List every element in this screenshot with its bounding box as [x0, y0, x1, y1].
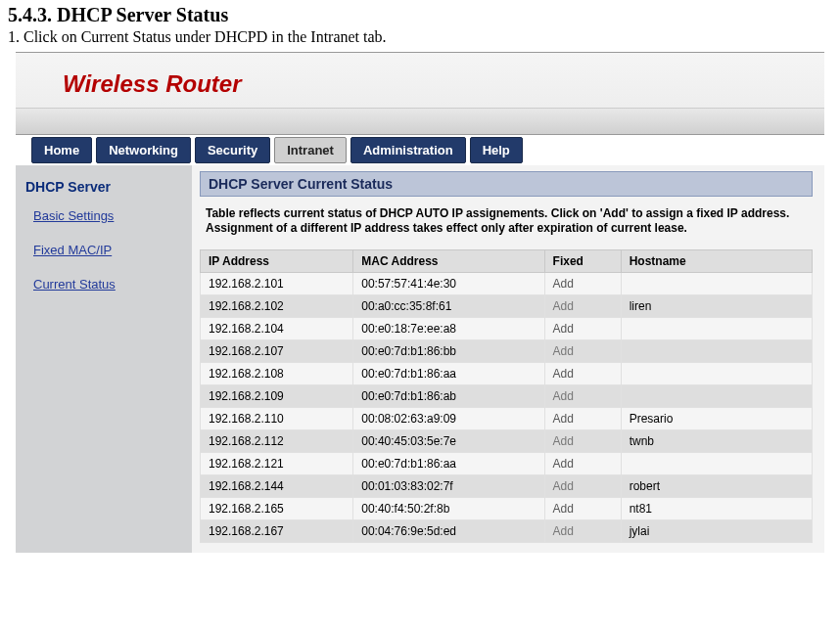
- add-button[interactable]: Add: [553, 524, 574, 538]
- col-header-hostname: Hostname: [621, 250, 812, 273]
- add-button[interactable]: Add: [553, 367, 574, 381]
- cell-ip: 192.168.2.165: [201, 498, 353, 520]
- sidebar-heading: DHCP Server: [25, 179, 182, 195]
- cell-ip: 192.168.2.144: [201, 475, 353, 498]
- cell-ip: 192.168.2.167: [201, 520, 353, 543]
- cell-mac: 00:04:76:9e:5d:ed: [353, 520, 544, 543]
- add-button[interactable]: Add: [553, 389, 574, 403]
- cell-ip: 192.168.2.110: [201, 408, 353, 430]
- add-button[interactable]: Add: [553, 412, 574, 426]
- panel-description: Table reflects current status of DHCP AU…: [200, 197, 813, 249]
- tab-home[interactable]: Home: [31, 137, 92, 163]
- table-row: 192.168.2.10200:a0:cc:35:8f:61Addliren: [201, 295, 813, 318]
- sidebar-link-fixed-mac-ip[interactable]: Fixed MAC/IP: [33, 243, 182, 257]
- cell-mac: 00:a0:cc:35:8f:61: [353, 295, 544, 318]
- cell-mac: 00:e0:7d:b1:86:aa: [353, 363, 544, 385]
- cell-ip: 192.168.2.101: [201, 273, 353, 295]
- cell-fixed: Add: [544, 475, 621, 498]
- sidebar-link-basic-settings[interactable]: Basic Settings: [33, 208, 182, 223]
- table-row: 192.168.2.11200:40:45:03:5e:7eAddtwnb: [201, 430, 813, 453]
- sub-banner: [16, 108, 824, 135]
- cell-fixed: Add: [544, 340, 621, 363]
- main-area: DHCP Server Basic SettingsFixed MAC/IPCu…: [16, 165, 824, 553]
- cell-mac: 00:57:57:41:4e:30: [353, 273, 544, 295]
- table-row: 192.168.2.10800:e0:7d:b1:86:aaAdd: [201, 363, 813, 385]
- cell-fixed: Add: [544, 453, 621, 475]
- doc-instruction: 1. Click on Current Status under DHCPD i…: [0, 28, 840, 52]
- cell-ip: 192.168.2.107: [201, 340, 353, 363]
- cell-mac: 00:40:f4:50:2f:8b: [353, 498, 544, 520]
- cell-fixed: Add: [544, 498, 621, 520]
- cell-fixed: Add: [544, 520, 621, 543]
- col-header-fixed: Fixed: [544, 250, 621, 273]
- cell-fixed: Add: [544, 295, 621, 318]
- tab-networking[interactable]: Networking: [96, 137, 191, 163]
- cell-hostname: [621, 385, 812, 408]
- main-tabs: HomeNetworkingSecurityIntranetAdministra…: [16, 135, 824, 165]
- cell-mac: 00:01:03:83:02:7f: [353, 475, 544, 498]
- col-header-ip: IP Address: [201, 250, 353, 273]
- cell-ip: 192.168.2.108: [201, 363, 353, 385]
- cell-hostname: Presario: [621, 408, 812, 430]
- add-button[interactable]: Add: [553, 434, 574, 448]
- tab-intranet[interactable]: Intranet: [274, 137, 347, 163]
- cell-mac: 00:40:45:03:5e:7e: [353, 430, 544, 453]
- cell-hostname: [621, 318, 812, 340]
- add-button[interactable]: Add: [553, 299, 574, 313]
- cell-hostname: [621, 273, 812, 295]
- cell-ip: 192.168.2.104: [201, 318, 353, 340]
- cell-ip: 192.168.2.112: [201, 430, 353, 453]
- dhcp-lease-table: IP Address MAC Address Fixed Hostname 19…: [200, 249, 813, 543]
- cell-hostname: [621, 363, 812, 385]
- cell-hostname: liren: [621, 295, 812, 318]
- table-row: 192.168.2.14400:01:03:83:02:7fAddrobert: [201, 475, 813, 498]
- cell-hostname: [621, 453, 812, 475]
- cell-hostname: jylai: [621, 520, 812, 543]
- add-button[interactable]: Add: [553, 322, 574, 336]
- table-row: 192.168.2.12100:e0:7d:b1:86:aaAdd: [201, 453, 813, 475]
- add-button[interactable]: Add: [553, 457, 574, 471]
- sidebar-link-current-status[interactable]: Current Status: [33, 277, 182, 292]
- table-row: 192.168.2.10700:e0:7d:b1:86:bbAdd: [201, 340, 813, 363]
- table-row: 192.168.2.16500:40:f4:50:2f:8bAddnt81: [201, 498, 813, 520]
- cell-fixed: Add: [544, 318, 621, 340]
- cell-fixed: Add: [544, 408, 621, 430]
- add-button[interactable]: Add: [553, 277, 574, 291]
- cell-ip: 192.168.2.121: [201, 453, 353, 475]
- cell-ip: 192.168.2.109: [201, 385, 353, 408]
- table-row: 192.168.2.10400:e0:18:7e:ee:a8Add: [201, 318, 813, 340]
- cell-mac: 00:e0:7d:b1:86:aa: [353, 453, 544, 475]
- cell-hostname: robert: [621, 475, 812, 498]
- router-admin-window: Wireless Router HomeNetworkingSecurityIn…: [16, 52, 824, 553]
- tab-security[interactable]: Security: [195, 137, 270, 163]
- content-panel: DHCP Server Current Status Table reflect…: [192, 165, 824, 553]
- cell-hostname: [621, 340, 812, 363]
- col-header-mac: MAC Address: [353, 250, 544, 273]
- add-button[interactable]: Add: [553, 344, 574, 358]
- cell-fixed: Add: [544, 273, 621, 295]
- tab-administration[interactable]: Administration: [350, 137, 466, 163]
- table-row: 192.168.2.10100:57:57:41:4e:30Add: [201, 273, 813, 295]
- cell-fixed: Add: [544, 385, 621, 408]
- tab-help[interactable]: Help: [470, 137, 523, 163]
- cell-fixed: Add: [544, 430, 621, 453]
- cell-mac: 00:e0:7d:b1:86:ab: [353, 385, 544, 408]
- banner-title: Wireless Router: [63, 70, 242, 97]
- cell-mac: 00:08:02:63:a9:09: [353, 408, 544, 430]
- add-button[interactable]: Add: [553, 479, 574, 493]
- sidebar: DHCP Server Basic SettingsFixed MAC/IPCu…: [16, 165, 192, 553]
- table-row: 192.168.2.11000:08:02:63:a9:09AddPresari…: [201, 408, 813, 430]
- cell-mac: 00:e0:18:7e:ee:a8: [353, 318, 544, 340]
- cell-ip: 192.168.2.102: [201, 295, 353, 318]
- cell-hostname: twnb: [621, 430, 812, 453]
- panel-title: DHCP Server Current Status: [200, 171, 813, 197]
- cell-hostname: nt81: [621, 498, 812, 520]
- table-row: 192.168.2.10900:e0:7d:b1:86:abAdd: [201, 385, 813, 408]
- table-row: 192.168.2.16700:04:76:9e:5d:edAddjylai: [201, 520, 813, 543]
- cell-fixed: Add: [544, 363, 621, 385]
- add-button[interactable]: Add: [553, 502, 574, 516]
- doc-section-heading: 5.4.3. DHCP Server Status: [0, 0, 840, 28]
- banner: Wireless Router: [16, 53, 824, 108]
- cell-mac: 00:e0:7d:b1:86:bb: [353, 340, 544, 363]
